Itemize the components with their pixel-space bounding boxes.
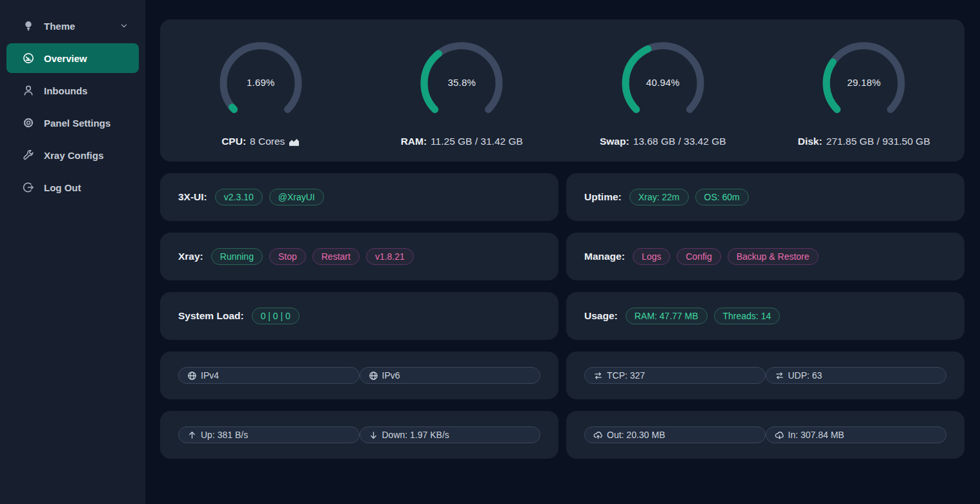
backup-restore-button[interactable]: Backup & Restore	[728, 248, 819, 265]
xray-uptime-tag: Xray: 22m	[629, 189, 689, 205]
card-label: System Load:	[178, 310, 244, 322]
main-content: 1.69% CPU:8 Cores 35.8% RAM:11.25 GB / 3…	[145, 0, 980, 459]
swap-caption: Swap:13.68 GB / 33.42 GB	[600, 136, 726, 147]
panel-version-tag[interactable]: v2.3.10	[215, 189, 263, 205]
speed-card: Up: 381 B/s Down: 1.97 KB/s	[160, 411, 558, 459]
chevron-down-icon	[119, 21, 128, 30]
sidebar-item-label: Log Out	[44, 182, 81, 193]
system-status-card: 1.69% CPU:8 Cores 35.8% RAM:11.25 GB / 3…	[160, 19, 965, 162]
swap-gauge: 40.94% Swap:13.68 GB / 33.42 GB	[600, 39, 726, 147]
sidebar-item-label: Inbounds	[44, 85, 88, 96]
arrow-up-icon	[187, 430, 197, 440]
ipv4-tag[interactable]: IPv4	[178, 367, 360, 384]
xui-version-card: 3X-UI: v2.3.10 @XrayUI	[160, 173, 558, 221]
card-label: Usage:	[584, 310, 618, 322]
sidebar-item-label: Panel Settings	[44, 118, 110, 129]
logout-icon	[23, 182, 34, 193]
xray-stop-button[interactable]: Stop	[269, 248, 306, 265]
traffic-in-tag: In: 307.84 MB	[766, 426, 947, 443]
traffic-card: Out: 20.30 MB In: 307.84 MB	[566, 411, 965, 459]
logs-button[interactable]: Logs	[633, 248, 670, 265]
sidebar-item-log-out[interactable]: Log Out	[6, 173, 139, 202]
disk-gauge: 29.18% Disk:271.85 GB / 931.50 GB	[798, 39, 930, 147]
sidebar-item-xray-configs[interactable]: Xray Configs	[6, 140, 139, 170]
sidebar-item-panel-settings[interactable]: Panel Settings	[6, 108, 139, 138]
transfer-arrows-icon	[593, 371, 603, 381]
card-label: Xray:	[178, 251, 203, 262]
cpu-caption: CPU:8 Cores	[221, 136, 300, 147]
wrench-icon	[23, 149, 34, 161]
sidebar-item-label: Xray Configs	[44, 150, 104, 161]
udp-count-tag: UDP: 63	[766, 367, 947, 384]
transfer-arrows-icon	[775, 371, 784, 381]
disk-percent: 29.18%	[821, 39, 907, 126]
sidebar-item-inbounds[interactable]: Inbounds	[6, 76, 139, 105]
gear-icon	[23, 117, 34, 129]
ram-usage-tag: RAM: 47.77 MB	[626, 308, 708, 324]
xray-restart-button[interactable]: Restart	[312, 248, 360, 265]
system-load-card: System Load: 0 | 0 | 0	[160, 292, 558, 340]
system-load-tag: 0 | 0 | 0	[252, 308, 300, 324]
xray-version-button[interactable]: v1.8.21	[366, 248, 414, 265]
ram-percent: 35.8%	[418, 39, 505, 126]
sidebar-item-label: Theme	[44, 21, 75, 32]
cpu-gauge: 1.69% CPU:8 Cores	[218, 39, 304, 147]
sidebar-item-theme[interactable]: Theme	[6, 11, 139, 41]
xray-status-tag: Running	[211, 248, 263, 265]
connections-card: TCP: 327 UDP: 63	[566, 352, 965, 399]
user-icon	[23, 85, 34, 96]
sidebar-item-overview[interactable]: Overview	[6, 43, 139, 73]
globe-icon	[187, 371, 197, 381]
xray-control-card: Xray: Running Stop Restart v1.8.21	[160, 233, 558, 280]
traffic-out-tag: Out: 20.30 MB	[584, 426, 766, 443]
sidebar-item-label: Overview	[44, 53, 87, 64]
swap-percent: 40.94%	[620, 39, 706, 126]
manage-card: Manage: Logs Config Backup & Restore	[566, 233, 965, 280]
disk-caption: Disk:271.85 GB / 931.50 GB	[798, 136, 930, 147]
ip-card: IPv4 IPv6	[160, 352, 558, 399]
cloud-download-icon	[775, 430, 784, 440]
os-uptime-tag: OS: 60m	[695, 189, 749, 205]
telegram-channel-tag[interactable]: @XrayUI	[269, 189, 324, 205]
card-label: 3X-UI:	[178, 191, 207, 203]
sidebar: Theme Overview Inbounds Panel Settings X…	[0, 0, 145, 504]
ram-gauge: 35.8% RAM:11.25 GB / 31.42 GB	[401, 39, 523, 147]
cpu-percent: 1.69%	[218, 39, 304, 126]
lightbulb-icon	[23, 20, 34, 32]
threads-tag: Threads: 14	[714, 308, 781, 324]
ram-caption: RAM:11.25 GB / 31.42 GB	[401, 136, 523, 147]
tcp-count-tag: TCP: 327	[584, 367, 766, 384]
arrow-down-icon	[369, 430, 378, 440]
usage-card: Usage: RAM: 47.77 MB Threads: 14	[566, 292, 965, 340]
config-button[interactable]: Config	[677, 248, 720, 265]
globe-icon	[369, 371, 378, 381]
download-speed-tag: Down: 1.97 KB/s	[360, 426, 541, 443]
cpu-history-chart-icon[interactable]	[289, 136, 300, 146]
ipv6-tag[interactable]: IPv6	[360, 367, 541, 384]
card-label: Uptime:	[584, 191, 622, 203]
card-label: Manage:	[584, 251, 625, 262]
upload-speed-tag: Up: 381 B/s	[178, 426, 360, 443]
dashboard-gauge-icon	[23, 52, 34, 64]
cloud-upload-icon	[593, 430, 603, 440]
uptime-card: Uptime: Xray: 22m OS: 60m	[566, 173, 965, 221]
